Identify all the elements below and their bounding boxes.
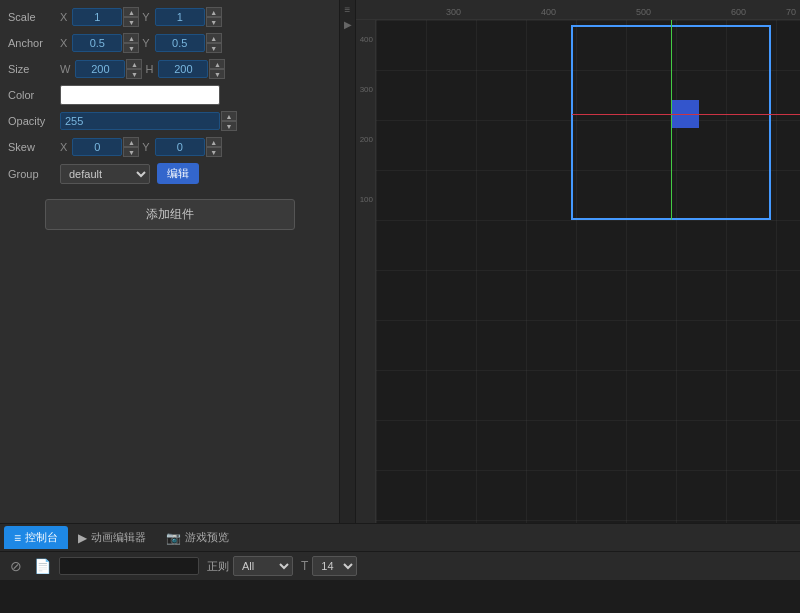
tab-preview[interactable]: 📷 游戏预览 <box>156 526 239 549</box>
grid-content <box>376 20 800 523</box>
skew-x-down[interactable]: ▼ <box>123 147 139 157</box>
ruler-h-700: 70 <box>786 7 796 17</box>
console-toolbar: ⊘ 📄 正则 All T 14 <box>0 552 800 580</box>
anchor-y-label: Y <box>142 37 149 49</box>
animation-tab-icon: ▶ <box>78 531 87 545</box>
preview-tab-icon: 📷 <box>166 531 181 545</box>
scale-y-down[interactable]: ▼ <box>206 17 222 27</box>
anchor-y-up[interactable]: ▲ <box>206 33 222 43</box>
size-row: Size W ▲ ▼ H ▲ ▼ <box>0 56 339 82</box>
color-row: Color <box>0 82 339 108</box>
tab-animation[interactable]: ▶ 动画编辑器 <box>68 526 156 549</box>
anchor-controls: X ▲ ▼ Y ▲ ▼ <box>60 33 331 53</box>
anchor-y-down[interactable]: ▼ <box>206 43 222 53</box>
group-label: Group <box>8 168 60 180</box>
skew-y-input[interactable] <box>155 138 205 156</box>
anchor-x-up[interactable]: ▲ <box>123 33 139 43</box>
opacity-input-wrap: ▲ ▼ <box>60 111 237 131</box>
side-icon-2[interactable]: ▶ <box>341 19 355 30</box>
skew-controls: X ▲ ▼ Y ▲ ▼ <box>60 137 331 157</box>
anchor-y-input-wrap: ▲ ▼ <box>155 33 222 53</box>
scale-label: Scale <box>8 11 60 23</box>
console-file-button[interactable]: 📄 <box>30 556 55 576</box>
ruler-h-500: 500 <box>636 7 651 17</box>
anchor-y-input[interactable] <box>155 34 205 52</box>
side-icon-1[interactable]: ≡ <box>341 4 355 15</box>
size-h-input[interactable] <box>158 60 208 78</box>
size-h-down[interactable]: ▼ <box>209 69 225 79</box>
anchor-x-down[interactable]: ▼ <box>123 43 139 53</box>
console-search-input[interactable] <box>59 557 199 575</box>
group-controls: default 编辑 <box>60 163 331 184</box>
canvas-area[interactable]: 300 400 500 600 70 400 300 200 100 <box>356 0 800 523</box>
size-w-spinner: ▲ ▼ <box>126 59 142 79</box>
bottom-panel: ≡ 控制台 ▶ 动画编辑器 📷 游戏预览 ⊘ 📄 正则 All T 14 <box>0 523 800 613</box>
skew-y-down[interactable]: ▼ <box>206 147 222 157</box>
console-filter-select[interactable]: All <box>233 556 293 576</box>
ruler-h-300: 300 <box>446 7 461 17</box>
anchor-x-input-wrap: ▲ ▼ <box>72 33 139 53</box>
console-tab-label: 控制台 <box>25 530 58 545</box>
preview-tab-label: 游戏预览 <box>185 530 229 545</box>
anchor-x-label: X <box>60 37 67 49</box>
scale-x-input-wrap: ▲ ▼ <box>72 7 139 27</box>
ruler-h-600: 600 <box>731 7 746 17</box>
anchor-label: Anchor <box>8 37 60 49</box>
size-w-down[interactable]: ▼ <box>126 69 142 79</box>
ruler-h-400: 400 <box>541 7 556 17</box>
tab-bar: ≡ 控制台 ▶ 动画编辑器 📷 游戏预览 <box>0 524 800 552</box>
skew-x-input-wrap: ▲ ▼ <box>72 137 139 157</box>
size-h-up[interactable]: ▲ <box>209 59 225 69</box>
scale-x-up[interactable]: ▲ <box>123 7 139 17</box>
opacity-label: Opacity <box>8 115 60 127</box>
tab-console[interactable]: ≡ 控制台 <box>4 526 68 549</box>
anchor-x-spinner: ▲ ▼ <box>123 33 139 53</box>
skew-label: Skew <box>8 141 60 153</box>
add-component-button[interactable]: 添加组件 <box>45 199 295 230</box>
size-w-up[interactable]: ▲ <box>126 59 142 69</box>
scale-controls: X ▲ ▼ Y ▲ ▼ <box>60 7 331 27</box>
ruler-v-300: 300 <box>360 85 373 94</box>
scale-y-input[interactable] <box>155 8 205 26</box>
size-label: Size <box>8 63 60 75</box>
skew-x-spinner: ▲ ▼ <box>123 137 139 157</box>
size-w-input-wrap: ▲ ▼ <box>75 59 142 79</box>
anchor-y-spinner: ▲ ▼ <box>206 33 222 53</box>
color-controls <box>60 85 331 105</box>
scale-y-up[interactable]: ▲ <box>206 7 222 17</box>
scale-y-input-wrap: ▲ ▼ <box>155 7 222 27</box>
scale-x-input[interactable] <box>72 8 122 26</box>
main-area: Scale X ▲ ▼ Y ▲ ▼ <box>0 0 800 523</box>
scale-row: Scale X ▲ ▼ Y ▲ ▼ <box>0 4 339 30</box>
skew-y-up[interactable]: ▲ <box>206 137 222 147</box>
ruler-vertical: 400 300 200 100 <box>356 20 376 523</box>
skew-x-label: X <box>60 141 67 153</box>
group-select[interactable]: default <box>60 164 150 184</box>
ruler-v-200: 200 <box>360 135 373 144</box>
group-row: Group default 编辑 <box>0 160 339 187</box>
color-swatch[interactable] <box>60 85 220 105</box>
opacity-down[interactable]: ▼ <box>221 121 237 131</box>
anchor-hline <box>572 114 800 115</box>
size-w-input[interactable] <box>75 60 125 78</box>
console-fontsize-select[interactable]: 14 <box>312 556 357 576</box>
ruler-horizontal: 300 400 500 600 70 <box>356 0 800 20</box>
scale-x-down[interactable]: ▼ <box>123 17 139 27</box>
size-h-input-wrap: ▲ ▼ <box>158 59 225 79</box>
skew-x-up[interactable]: ▲ <box>123 137 139 147</box>
size-h-spinner: ▲ ▼ <box>209 59 225 79</box>
animation-tab-label: 动画编辑器 <box>91 530 146 545</box>
opacity-input[interactable] <box>60 112 220 130</box>
skew-x-input[interactable] <box>72 138 122 156</box>
opacity-up[interactable]: ▲ <box>221 111 237 121</box>
side-icons: ≡ ▶ <box>340 0 356 523</box>
size-h-label: H <box>145 63 153 75</box>
console-clear-button[interactable]: ⊘ <box>6 556 26 576</box>
anchor-row: Anchor X ▲ ▼ Y ▲ ▼ <box>0 30 339 56</box>
opacity-controls: ▲ ▼ <box>60 111 331 131</box>
anchor-x-input[interactable] <box>72 34 122 52</box>
size-controls: W ▲ ▼ H ▲ ▼ <box>60 59 331 79</box>
ruler-v-400: 400 <box>360 35 373 44</box>
group-edit-button[interactable]: 编辑 <box>157 163 199 184</box>
console-tab-icon: ≡ <box>14 531 21 545</box>
